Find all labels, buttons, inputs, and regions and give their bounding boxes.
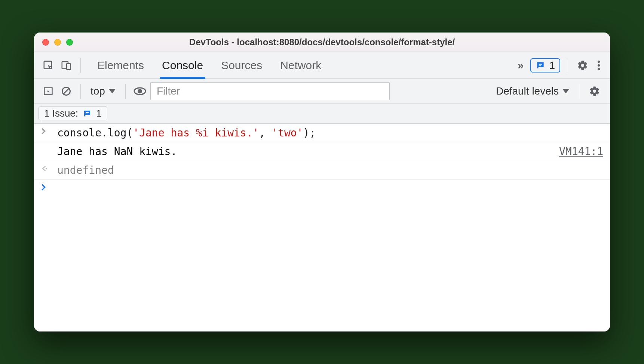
return-indicator-icon [41, 164, 50, 172]
titlebar: DevTools - localhost:8080/docs/devtools/… [34, 33, 610, 52]
input-prompt-icon [41, 127, 50, 135]
svg-point-7 [598, 68, 600, 70]
issues-chip[interactable]: 1 Issue: 1 [39, 107, 107, 120]
svg-rect-4 [539, 65, 541, 66]
svg-rect-3 [539, 64, 542, 64]
window-maximize-button[interactable] [66, 39, 73, 46]
window-minimize-button[interactable] [54, 39, 61, 46]
svg-point-5 [598, 60, 600, 62]
divider [579, 84, 579, 99]
clear-console-icon[interactable] [59, 84, 74, 99]
inspect-element-icon[interactable] [41, 58, 56, 73]
panel-tabbar: Elements Console Sources Network » 1 [34, 52, 610, 79]
context-selector[interactable]: top [88, 85, 119, 97]
code-token: ); [303, 127, 316, 139]
code-token: , [259, 127, 272, 139]
log-levels-label: Default levels [496, 85, 559, 97]
console-settings-icon[interactable] [586, 86, 603, 97]
tab-sources[interactable]: Sources [219, 52, 264, 78]
filter-input[interactable] [150, 82, 390, 100]
issues-icon [536, 61, 545, 70]
console-input-row: console.log('Jane has %i kiwis.', 'two')… [34, 124, 610, 142]
window-close-button[interactable] [42, 39, 49, 46]
issues-chip-count: 1 [96, 108, 101, 119]
issues-bar: 1 Issue: 1 [34, 104, 610, 124]
log-levels-selector[interactable]: Default levels [493, 85, 572, 97]
issues-badge-count: 1 [549, 59, 555, 71]
settings-icon[interactable] [574, 60, 591, 71]
divider [567, 58, 567, 73]
svg-point-12 [138, 89, 142, 93]
svg-line-10 [64, 89, 69, 94]
context-selector-label: top [91, 85, 105, 97]
divider [80, 58, 81, 73]
chevron-down-icon [562, 89, 569, 93]
code-token: console.log( [57, 127, 133, 139]
string-token: 'Jane has %i kiwis.' [133, 127, 259, 139]
tab-console[interactable]: Console [160, 52, 205, 78]
svg-rect-13 [86, 112, 89, 113]
console-input-code: console.log('Jane has %i kiwis.', 'two')… [57, 127, 603, 139]
more-menu-icon[interactable] [594, 60, 603, 71]
traffic-lights [42, 39, 73, 46]
svg-rect-2 [67, 64, 70, 70]
devtools-window: DevTools - localhost:8080/docs/devtools/… [34, 33, 610, 331]
issues-badge-button[interactable]: 1 [530, 58, 560, 73]
console-toolbar: top Default levels [34, 79, 610, 104]
console-return-value: undefined [57, 164, 603, 176]
issues-chip-label: 1 Issue: [44, 108, 78, 119]
live-expression-icon[interactable] [132, 84, 147, 99]
output-gutter [41, 145, 50, 146]
console-sidebar-toggle-icon[interactable] [41, 84, 56, 99]
tab-network[interactable]: Network [278, 52, 323, 78]
divider [80, 84, 81, 99]
svg-point-6 [598, 64, 600, 66]
issues-icon [83, 109, 92, 118]
panel-tabs: Elements Console Sources Network [95, 52, 323, 78]
console-messages: console.log('Jane has %i kiwis.', 'two')… [34, 124, 610, 331]
tabs-overflow-button[interactable]: » [514, 59, 528, 72]
console-return-row: undefined [34, 161, 610, 180]
divider [125, 84, 126, 99]
console-output-row: Jane has NaN kiwis. VM141:1 [34, 142, 610, 161]
string-token: 'two' [272, 127, 303, 139]
tab-elements[interactable]: Elements [95, 52, 146, 78]
svg-point-15 [46, 168, 47, 169]
console-output-text: Jane has NaN kiwis. [57, 145, 552, 158]
prompt-icon [41, 183, 50, 191]
svg-rect-14 [86, 114, 88, 114]
device-toolbar-icon[interactable] [59, 58, 74, 73]
source-link[interactable]: VM141:1 [559, 145, 603, 158]
console-prompt-row[interactable] [34, 180, 610, 194]
chevron-down-icon [109, 89, 116, 93]
window-title: DevTools - localhost:8080/docs/devtools/… [34, 37, 610, 47]
